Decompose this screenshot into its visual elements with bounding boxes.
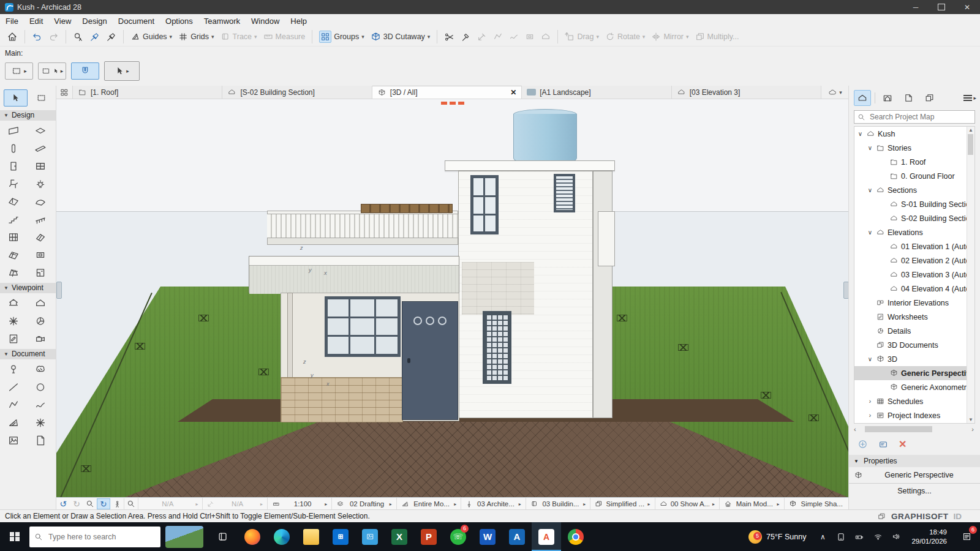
tree-item-3d[interactable]: ∨3D	[854, 352, 974, 366]
elevation-tool[interactable]	[28, 294, 53, 312]
tab-3d-all[interactable]: [3D / All]✕	[372, 86, 522, 99]
taskbar-app-chrome[interactable]	[561, 522, 590, 551]
menu-view[interactable]: View	[48, 15, 77, 27]
marquee-button[interactable]	[30, 89, 54, 107]
project-map-icon[interactable]	[854, 90, 871, 106]
taskbar-search[interactable]	[29, 527, 160, 547]
taskbar-app-edge[interactable]	[267, 522, 296, 551]
arrow-tool-button[interactable]: ▸	[104, 61, 140, 81]
taskbar-app-whatsapp[interactable]: ☏6	[443, 522, 473, 551]
minimize-button[interactable]: ─	[903, 0, 929, 14]
split-button[interactable]	[441, 30, 458, 44]
tree-vertical-scrollbar[interactable]: ▲ ▼	[967, 127, 974, 423]
menu-help[interactable]: Help	[285, 15, 312, 27]
tree-item-stories[interactable]: ∨Stories	[854, 141, 974, 155]
section-tool[interactable]	[1, 294, 26, 312]
trace-button[interactable]: Trace▾	[217, 30, 260, 43]
stone-base-wall[interactable]	[281, 377, 403, 422]
mirror-button[interactable]: Mirror▾	[648, 30, 692, 43]
tray-chevron-icon[interactable]: ∧	[813, 533, 832, 541]
tray-volume-icon[interactable]	[887, 532, 905, 541]
line-tool[interactable]	[1, 378, 26, 396]
search-input[interactable]	[869, 112, 971, 122]
view-map-icon[interactable]	[879, 90, 896, 106]
multiply-button[interactable]: Multiply...	[692, 30, 742, 43]
orbit-mode-icon[interactable]: ↻	[97, 498, 110, 509]
settings-button[interactable]: Settings...	[849, 483, 980, 498]
zoom-level-control[interactable]: N/A▸	[138, 498, 202, 510]
image-tool[interactable]	[1, 432, 26, 449]
left-panel-collapse-handle[interactable]	[56, 282, 62, 299]
fit-view-icon[interactable]	[124, 498, 138, 509]
grille-window[interactable]	[483, 311, 511, 384]
viewport-3d[interactable]: z y x z y x	[56, 99, 848, 497]
taskbar-app-autocad[interactable]: A	[502, 522, 532, 551]
menu-document[interactable]: Document	[113, 15, 160, 27]
groups-button[interactable]: Groups▾	[316, 29, 368, 45]
dimension-tool[interactable]	[1, 361, 26, 378]
tray-wifi-icon[interactable]	[869, 532, 887, 541]
taskbar-clock[interactable]: 18:49 29/01/2026	[905, 528, 953, 546]
rotate-button[interactable]: Rotate▾	[602, 30, 648, 43]
fillet-button[interactable]	[506, 30, 522, 43]
tower-parapet-slab[interactable]	[445, 160, 615, 171]
tab-close-icon[interactable]: ✕	[510, 88, 516, 97]
orientation-control[interactable]: N/A▸	[202, 498, 266, 510]
adjust-button[interactable]	[458, 30, 474, 44]
orbit-back-icon[interactable]: ↺	[56, 498, 70, 509]
toolbox-section-viewpoint[interactable]: ▼Viewpoint	[0, 283, 56, 293]
add-viewpoint-icon[interactable]	[858, 439, 868, 449]
teamwork-cloud-icon[interactable]: ▾	[821, 86, 848, 99]
tree-item-elevations[interactable]: ∨Elevations	[854, 225, 974, 239]
taskbar-app-explorer[interactable]	[296, 522, 326, 551]
graphisoft-id[interactable]: GRAPHISOFTID	[877, 512, 980, 521]
walk-mode-icon[interactable]	[110, 498, 124, 509]
menu-options[interactable]: Options	[160, 15, 198, 27]
mesh-tool[interactable]	[1, 246, 26, 264]
redo-button[interactable]	[45, 30, 62, 44]
orbit-forward-icon[interactable]: ↻	[70, 498, 83, 509]
pick-up-parameters-button[interactable]	[86, 30, 103, 44]
tree-item-elevation-4[interactable]: 04 Elevation 4 (Auto	[854, 282, 974, 296]
camera-tool[interactable]	[28, 330, 53, 348]
hatch-tool[interactable]	[1, 414, 26, 432]
maximize-button[interactable]	[929, 0, 954, 14]
marquee-tool-button[interactable]: ▸	[5, 62, 33, 80]
spline-tool[interactable]	[28, 396, 53, 414]
toolbox-section-document[interactable]: ▼Document	[0, 349, 56, 359]
tree-item-3d-documents[interactable]: 3D Documents	[854, 338, 974, 352]
taskbar-app-store[interactable]: ⊞	[326, 522, 355, 551]
door-tool[interactable]	[1, 157, 26, 175]
taskbar-search-input[interactable]	[47, 532, 156, 542]
navigator-menu-icon[interactable]: ▸	[963, 95, 976, 101]
task-view-button[interactable]	[208, 522, 238, 551]
taskbar-weather[interactable]: 5 75°F Sunny	[741, 530, 813, 544]
menu-design[interactable]: Design	[77, 15, 112, 27]
right-panel-collapse-handle[interactable]	[843, 282, 848, 299]
select-area-tool-button[interactable]: ▸	[38, 62, 66, 80]
menu-teamwork[interactable]: Teamwork	[198, 15, 246, 27]
menu-file[interactable]: File	[0, 15, 24, 27]
taskbar-app-excel[interactable]: X	[385, 522, 414, 551]
tree-item-interior-elevations[interactable]: Interior Elevations	[854, 296, 974, 310]
zone-tool[interactable]	[28, 264, 53, 282]
notification-center-button[interactable]: 6	[953, 522, 980, 551]
viewpoint-settings-icon[interactable]	[878, 440, 889, 449]
scroll-left-icon[interactable]: ‹	[854, 425, 856, 433]
arrow-select-button[interactable]	[4, 89, 28, 107]
side-terrace-parapet[interactable]	[598, 211, 615, 266]
layout-book-icon[interactable]	[900, 90, 917, 106]
circle-tool[interactable]	[28, 378, 53, 396]
cutaway-button[interactable]: 3D Cutaway▾	[368, 30, 434, 44]
scroll-right-icon[interactable]: ›	[971, 425, 974, 433]
tree-item-details[interactable]: Details	[854, 324, 974, 338]
drawing-tool[interactable]	[28, 432, 53, 449]
tray-battery-icon[interactable]	[850, 533, 869, 541]
tree-item-sections[interactable]: ∨Sections	[854, 183, 974, 197]
tree-item-elevation-1[interactable]: 01 Elevation 1 (Auto	[854, 239, 974, 253]
polyline-tool[interactable]	[1, 396, 26, 414]
louver-window[interactable]	[554, 174, 575, 212]
tray-tablet-icon[interactable]	[832, 532, 850, 542]
shell-tool[interactable]	[28, 193, 53, 211]
column-tool[interactable]	[1, 140, 26, 157]
